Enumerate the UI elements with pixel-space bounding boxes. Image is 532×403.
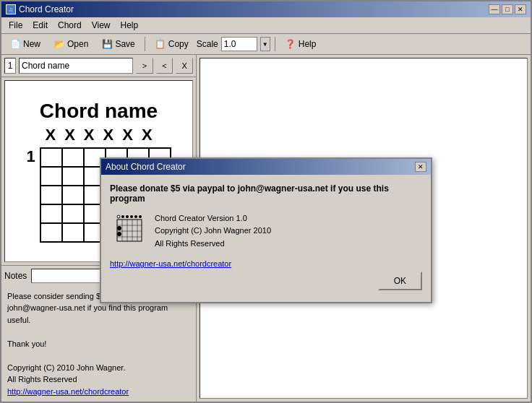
- version-line1: Chord Creator Version 1.0: [155, 214, 247, 222]
- chord-nav: 1 > < X: [1, 55, 196, 77]
- svg-point-2: [126, 215, 129, 218]
- chord-cell[interactable]: [41, 168, 63, 186]
- svg-point-14: [117, 226, 121, 230]
- version-line3: All Rights Reserved: [155, 239, 225, 248]
- modal-body: Chord Creator Version 1.0 Copyright (C) …: [110, 212, 422, 251]
- svg-point-1: [121, 215, 124, 218]
- fret-number: 1: [26, 147, 35, 166]
- app-icon: ♫: [6, 4, 16, 14]
- scale-label: Scale: [197, 39, 218, 49]
- notes-label: Notes: [4, 271, 27, 281]
- string-5: X: [122, 126, 133, 144]
- svg-point-5: [139, 215, 142, 218]
- save-button[interactable]: 💾 Save: [96, 36, 140, 52]
- about-dialog: About Chord Creator ✕ Please donate $5 v…: [100, 157, 432, 304]
- window-title: Chord Creator: [19, 4, 74, 14]
- menu-help[interactable]: Help: [116, 19, 143, 32]
- scale-input[interactable]: [221, 37, 257, 51]
- svg-rect-6: [117, 220, 142, 241]
- mini-chord-svg: [110, 212, 146, 248]
- menu-bar: File Edit Chord View Help: [1, 17, 531, 34]
- chord-cell[interactable]: [63, 149, 85, 168]
- version-line2: Copyright (C) John Wagner 2010: [155, 226, 271, 235]
- menu-view[interactable]: View: [87, 19, 115, 32]
- chord-diagram-title: Chord name: [40, 100, 158, 123]
- title-bar-buttons: — □ ✕: [489, 4, 526, 14]
- string-3: X: [84, 126, 95, 144]
- title-bar-left: ♫ Chord Creator: [6, 4, 74, 14]
- chord-cell[interactable]: [63, 186, 85, 205]
- open-button[interactable]: 📂 Open: [48, 36, 93, 52]
- svg-point-0: [117, 215, 120, 218]
- chord-cell[interactable]: [63, 224, 85, 243]
- mini-chord-diagram: [110, 212, 146, 248]
- ok-button[interactable]: OK: [378, 272, 422, 290]
- open-icon: 📂: [53, 38, 65, 50]
- menu-edit[interactable]: Edit: [28, 19, 52, 32]
- string-4: X: [103, 126, 114, 144]
- toolbar: 📄 New 📂 Open 💾 Save 📋 Copy Scale ▼ ❓ Hel…: [1, 34, 531, 55]
- modal-content: Please donate $5 via paypal to john@wagn…: [101, 175, 431, 303]
- chord-cell[interactable]: [41, 224, 63, 243]
- svg-point-3: [130, 215, 133, 218]
- new-icon: 📄: [9, 38, 21, 50]
- menu-chord[interactable]: Chord: [53, 19, 86, 32]
- main-window: ♫ Chord Creator — □ ✕ File Edit Chord Vi…: [0, 0, 532, 403]
- toolbar-separator-2: [275, 37, 275, 51]
- nav-delete-button[interactable]: X: [176, 58, 193, 74]
- modal-link[interactable]: http://wagner-usa.net/chordcreator: [110, 259, 231, 268]
- title-bar: ♫ Chord Creator — □ ✕: [1, 1, 531, 17]
- chord-cell[interactable]: [41, 205, 63, 224]
- string-6: X: [142, 126, 153, 144]
- string-1: X: [45, 126, 56, 144]
- chord-strings: X X X X X X: [45, 126, 152, 144]
- modal-footer: OK: [110, 269, 422, 293]
- svg-point-4: [134, 215, 137, 218]
- nav-back-button[interactable]: <: [156, 58, 173, 74]
- menu-file[interactable]: File: [4, 19, 27, 32]
- chord-number: 1: [4, 58, 16, 74]
- chord-cell[interactable]: [63, 205, 85, 224]
- chord-cell[interactable]: [63, 168, 85, 186]
- chord-cell[interactable]: [41, 186, 63, 205]
- info-line7: Copyright (C) 2010 John Wagner.: [7, 363, 125, 372]
- modal-close-button[interactable]: ✕: [415, 162, 426, 172]
- chord-cell[interactable]: [41, 149, 63, 168]
- help-button[interactable]: ❓ Help: [280, 36, 322, 52]
- modal-title: About Chord Creator: [106, 162, 186, 172]
- svg-point-15: [117, 232, 121, 236]
- copy-icon: 📋: [155, 38, 166, 50]
- info-line2: john@wagner-usa.net if you find this pro…: [7, 303, 168, 312]
- save-icon: 💾: [101, 38, 113, 50]
- nav-forward-button[interactable]: >: [136, 58, 153, 74]
- modal-header-text: Please donate $5 via paypal to john@wagn…: [110, 183, 422, 204]
- maximize-button[interactable]: □: [502, 4, 513, 14]
- modal-info-text: Chord Creator Version 1.0 Copyright (C) …: [155, 212, 271, 251]
- scale-dropdown[interactable]: ▼: [260, 37, 270, 51]
- info-line5: Thank you!: [7, 339, 46, 348]
- help-icon: ❓: [285, 38, 296, 50]
- toolbar-separator: [145, 37, 145, 51]
- copy-button[interactable]: 📋 Copy: [150, 36, 194, 52]
- info-link[interactable]: http://wagner-usa.net/chordcreator: [7, 387, 129, 396]
- close-button[interactable]: ✕: [515, 4, 526, 14]
- new-button[interactable]: 📄 New: [4, 36, 46, 52]
- info-line8: All Rights Reserved: [7, 375, 77, 384]
- string-2: X: [64, 126, 75, 144]
- minimize-button[interactable]: —: [489, 4, 500, 14]
- chord-name-input[interactable]: [19, 58, 133, 74]
- modal-title-bar: About Chord Creator ✕: [101, 159, 431, 175]
- info-line3: useful.: [7, 316, 30, 324]
